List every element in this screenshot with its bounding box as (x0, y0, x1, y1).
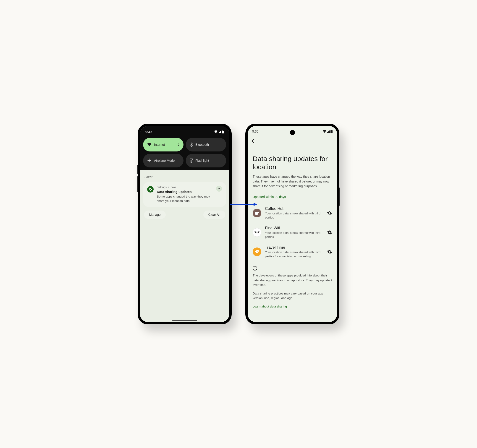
app-settings-button[interactable] (327, 211, 332, 216)
info-icon (253, 266, 257, 271)
flashlight-icon (190, 159, 193, 163)
qs-tile-airplane[interactable]: Airplane Mode (143, 154, 184, 167)
app-subtitle: Your location data is now shared with th… (265, 231, 323, 239)
status-bar: 9:30 (143, 129, 226, 138)
svg-rect-3 (330, 130, 333, 133)
qs-tile-bluetooth[interactable]: Bluetooth (186, 138, 226, 152)
page-description: These apps have changed the way they sha… (253, 174, 332, 189)
battery-icon (330, 130, 333, 133)
quick-settings-panel: 9:30 Internet (140, 126, 229, 170)
info-paragraph-2: Data sharing practices may vary based on… (253, 291, 332, 301)
page-title: Data sharing updates for location (253, 155, 332, 171)
camera-hole (290, 130, 295, 135)
app-settings-button[interactable] (327, 230, 332, 235)
wifi-icon (147, 143, 151, 146)
qs-label: Airplane Mode (154, 159, 175, 162)
app-row-travel-time[interactable]: Travel Time Your location data is now sh… (253, 242, 332, 261)
wifi-icon (214, 130, 218, 133)
power-button (339, 188, 340, 206)
app-icon-travel (253, 248, 261, 256)
wifi-icon (255, 231, 260, 234)
chevron-up-icon (218, 188, 220, 189)
qs-tile-internet[interactable]: Internet (143, 138, 184, 152)
clear-all-button[interactable]: Clear All (203, 211, 225, 219)
qs-tile-flashlight[interactable]: Flashlight (186, 154, 226, 167)
status-icons (214, 130, 224, 133)
gear-icon (149, 188, 152, 191)
volume-button-2 (245, 176, 245, 192)
volume-button (245, 165, 245, 174)
status-icons (323, 130, 333, 133)
section-silent: Silent (143, 173, 226, 182)
volume-button-2 (137, 176, 138, 192)
app-icon-coffee (253, 209, 261, 217)
volume-button (137, 165, 138, 174)
arrow-right-icon (230, 202, 257, 207)
app-name: Coffee Hub (265, 206, 323, 211)
svg-point-7 (257, 251, 258, 252)
status-time: 9:30 (145, 130, 152, 134)
collapse-button[interactable] (216, 186, 222, 192)
app-subtitle: Your location data is now shared with th… (265, 250, 323, 258)
svg-rect-5 (255, 214, 258, 215)
flow-arrow (230, 202, 257, 207)
home-indicator[interactable] (172, 320, 197, 321)
app-subtitle: Your location data is now shared with th… (265, 212, 323, 219)
chevron-right-icon (178, 143, 179, 146)
svg-rect-10 (255, 268, 255, 269)
manage-button[interactable]: Manage (144, 211, 166, 219)
svg-point-9 (255, 267, 255, 268)
bluetooth-icon (190, 142, 193, 147)
learn-more-link[interactable]: Learn about data sharing (253, 305, 332, 308)
notification-card[interactable]: Settings • now Data sharing updates Some… (143, 182, 226, 207)
qs-label: Flashlight (195, 159, 209, 162)
gear-icon (327, 230, 332, 235)
updated-within-label: Updated within 30 days (253, 195, 332, 199)
app-name: Find Wifi (265, 226, 323, 230)
gear-icon (327, 249, 332, 254)
svg-point-6 (257, 233, 257, 234)
svg-rect-1 (222, 130, 223, 131)
notification-title: Data sharing updates (157, 190, 213, 194)
signal-icon (327, 130, 330, 133)
svg-rect-0 (222, 131, 224, 133)
app-row-find-wifi[interactable]: Find Wifi Your location data is now shar… (253, 223, 332, 242)
svg-rect-4 (331, 130, 332, 130)
info-icon (253, 266, 332, 271)
phone-left: 9:30 Internet (138, 124, 232, 324)
signal-icon (218, 130, 221, 133)
coffee-cup-icon (255, 211, 259, 215)
info-paragraph-1: The developers of these apps provided in… (253, 273, 332, 287)
app-name: Travel Time (265, 245, 323, 250)
arrow-back-icon (252, 139, 257, 143)
app-settings-button[interactable] (327, 249, 332, 254)
gear-icon (327, 211, 332, 216)
tag-icon (255, 250, 259, 254)
notification-body: Some apps changed the way they may share… (157, 195, 213, 203)
settings-app-icon (147, 186, 154, 193)
phone-right: 9:30 Data sharing updates for location T… (245, 124, 339, 324)
qs-label: Bluetooth (195, 143, 209, 147)
app-icon-wifi (253, 228, 261, 237)
app-row-coffee-hub[interactable]: Coffee Hub Your location data is now sha… (253, 203, 332, 223)
back-button[interactable] (252, 136, 261, 146)
airplane-icon (147, 159, 151, 163)
status-time: 9:30 (252, 130, 258, 133)
notification-header: Settings • now (157, 186, 213, 189)
battery-icon (222, 130, 224, 133)
qs-label: Internet (154, 143, 165, 147)
wifi-icon (323, 130, 326, 133)
